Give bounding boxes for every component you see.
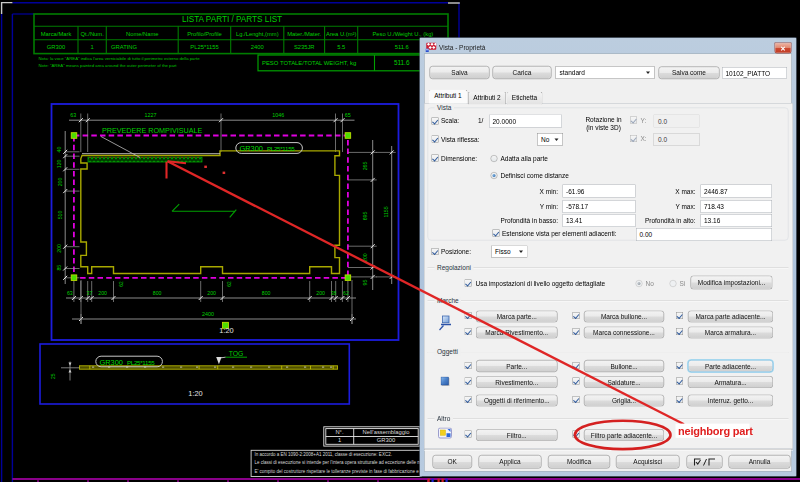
svg-text:200: 200 <box>57 178 63 187</box>
svg-text:N°.: N°. <box>335 429 344 435</box>
svg-text:265: 265 <box>362 162 368 171</box>
svg-text:800: 800 <box>262 290 271 296</box>
svg-text:511.6: 511.6 <box>395 44 409 50</box>
svg-text:LISTA PARTI / PARTS LIST: LISTA PARTI / PARTS LIST <box>182 15 282 24</box>
svg-text:Lg./Lenght,(mm): Lg./Lenght,(mm) <box>236 31 279 37</box>
svg-text:Mater./Mater.: Mater./Mater. <box>287 31 321 37</box>
svg-text:2400: 2400 <box>251 44 264 50</box>
svg-text:S235JR: S235JR <box>294 44 315 50</box>
svg-text:GR300: GR300 <box>47 44 65 50</box>
svg-text:1227: 1227 <box>145 112 157 118</box>
svg-text:Area U.(m²): Area U.(m²) <box>326 31 356 37</box>
svg-text:85: 85 <box>57 265 63 271</box>
svg-text:TOG: TOG <box>229 350 244 357</box>
svg-text:Profilo/Profile: Profilo/Profile <box>187 31 221 37</box>
svg-text:PESO TOTALE/TOTAL WEIGHT, kg: PESO TOTALE/TOTAL WEIGHT, kg <box>262 60 356 66</box>
svg-text:65: 65 <box>345 112 351 118</box>
svg-text:120: 120 <box>57 159 63 168</box>
svg-text:Nome/Name: Nome/Name <box>126 31 159 37</box>
svg-text:PL25*1155: PL25*1155 <box>190 44 218 50</box>
svg-text:Nota: la voce "AREA" indica l: Nota: la voce "AREA" indica l'area verni… <box>39 56 201 61</box>
svg-text:Peso U./Weight U., (kg): Peso U./Weight U., (kg) <box>373 31 434 37</box>
svg-text:PL25*1155: PL25*1155 <box>127 359 155 366</box>
svg-text:63: 63 <box>70 112 76 118</box>
svg-text:1155: 1155 <box>383 206 389 217</box>
svg-text:511.6: 511.6 <box>394 59 410 66</box>
svg-text:200: 200 <box>207 290 216 296</box>
svg-text:200: 200 <box>57 244 63 253</box>
svg-text:62: 62 <box>119 281 124 287</box>
svg-text:40: 40 <box>57 147 63 153</box>
svg-text:Qt./Num.: Qt./Num. <box>81 31 105 37</box>
svg-text:PL25*1155: PL25*1155 <box>267 145 295 152</box>
svg-text:Nell'assemblaggio: Nell'assemblaggio <box>363 429 410 435</box>
svg-text:62: 62 <box>343 290 349 296</box>
svg-text:In accordo a EN 1090-2:2008+A1: In accordo a EN 1090-2:2008+A1 2011, cla… <box>255 452 392 457</box>
svg-text:200: 200 <box>362 253 368 262</box>
svg-text:1:20: 1:20 <box>188 389 202 398</box>
svg-text:63: 63 <box>67 290 73 296</box>
svg-text:800: 800 <box>153 290 162 296</box>
svg-text:1: 1 <box>338 437 341 443</box>
svg-text:200: 200 <box>316 290 325 296</box>
svg-text:95: 95 <box>362 280 368 286</box>
svg-text:GR300: GR300 <box>100 358 123 367</box>
svg-text:25: 25 <box>50 373 56 379</box>
svg-text:Marca/Mark: Marca/Mark <box>41 31 72 37</box>
svg-text:62: 62 <box>227 281 232 287</box>
svg-text:38: 38 <box>331 290 337 296</box>
svg-text:37: 37 <box>87 290 93 296</box>
svg-text:GRATING: GRATING <box>111 44 137 50</box>
svg-text:Note: "AREA" means painted: Note: "AREA" means painted area around t… <box>39 63 178 68</box>
svg-text:5.5: 5.5 <box>337 44 345 50</box>
svg-text:E' compito del costruttore ris: E' compito del costruttore rispettare le… <box>255 469 438 474</box>
svg-text:695: 695 <box>362 212 368 221</box>
svg-text:GR300: GR300 <box>377 437 395 443</box>
svg-text:1:20: 1:20 <box>219 326 233 335</box>
svg-text:Le classi di esecuzione si int: Le classi di esecuzione si intende per l… <box>255 460 435 465</box>
svg-text:1: 1 <box>91 44 94 50</box>
svg-text:1046: 1046 <box>272 112 284 118</box>
svg-text:PREVEDERE ROMPIVISUALE: PREVEDERE ROMPIVISUALE <box>102 126 202 135</box>
svg-text:2400: 2400 <box>202 311 214 317</box>
svg-text:200: 200 <box>98 290 107 296</box>
svg-text:GR300: GR300 <box>240 144 263 153</box>
svg-text:510: 510 <box>57 211 63 220</box>
